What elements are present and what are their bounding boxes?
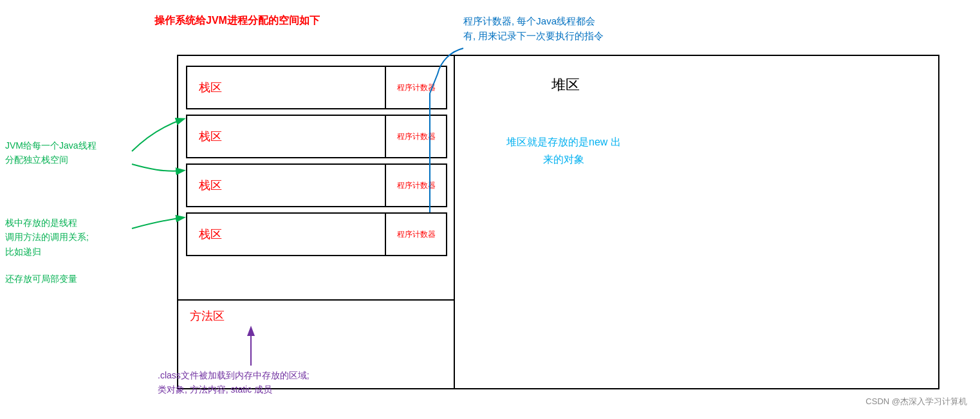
stack-label-2: 栈区 — [187, 116, 385, 157]
method-label: 方法区 — [190, 308, 225, 324]
left-section: 栈区 程序计数器 栈区 程序计数器 栈区 程序计数器 栈区 程序计数器 方 — [178, 56, 455, 388]
main-box: 栈区 程序计数器 栈区 程序计数器 栈区 程序计数器 栈区 程序计数器 方 — [177, 55, 939, 389]
heap-title: 堆区 — [551, 75, 580, 95]
pc-box-4: 程序计数器 — [385, 214, 446, 255]
stack-row-2: 栈区 程序计数器 — [186, 115, 447, 158]
pc-box-2: 程序计数器 — [385, 116, 446, 157]
pc-box-3: 程序计数器 — [385, 165, 446, 206]
annotation-jvm: JVM给每一个Java线程 分配独立栈空间 — [5, 138, 97, 167]
stack-row-1: 栈区 程序计数器 — [186, 66, 447, 109]
stack-label-1: 栈区 — [187, 67, 385, 108]
title-annotation: 操作系统给JVM进程分配的空间如下 — [154, 14, 320, 28]
diagram-container: 操作系统给JVM进程分配的空间如下 程序计数器, 每个Java线程都会 有, 用… — [0, 0, 980, 419]
pc-annotation-top: 程序计数器, 每个Java线程都会 有, 用来记录下一次要执行的指令 — [463, 14, 604, 43]
right-section: 堆区 堆区就是存放的是new 出 来的对象 — [455, 56, 941, 388]
annotation-stack-content: 栈中存放的是线程 调用方法的调用关系; 比如递归 — [5, 216, 89, 259]
watermark: CSDN @杰深入学习计算机 — [865, 396, 967, 407]
stack-label-3: 栈区 — [187, 165, 385, 206]
stack-row-3: 栈区 程序计数器 — [186, 163, 447, 207]
pc-box-1: 程序计数器 — [385, 67, 446, 108]
stacks-area: 栈区 程序计数器 栈区 程序计数器 栈区 程序计数器 栈区 程序计数器 — [178, 56, 455, 301]
stack-row-4: 栈区 程序计数器 — [186, 212, 447, 256]
annotation-local: 还存放可局部变量 — [5, 274, 77, 285]
stack-label-4: 栈区 — [187, 214, 385, 255]
heap-desc: 堆区就是存放的是new 出 来的对象 — [506, 133, 621, 168]
annotation-class: .class文件被加载到内存中存放的区域; 类对象, 方法内容, static … — [158, 368, 310, 397]
